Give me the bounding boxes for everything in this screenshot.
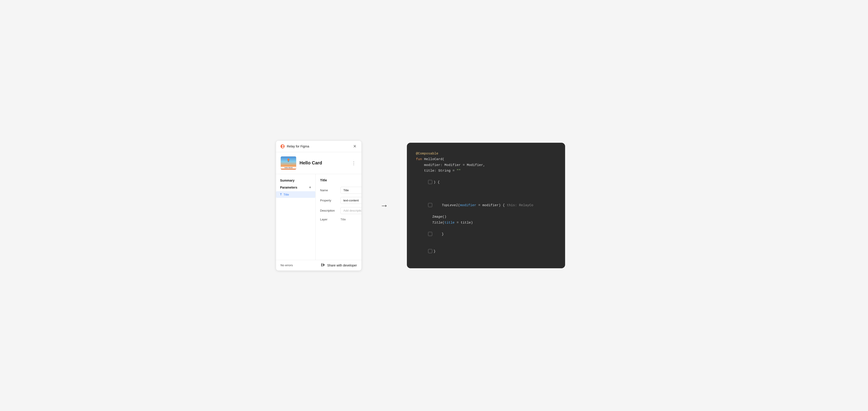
panel-title-text: Relay for Figma <box>287 144 309 148</box>
code-panel: @Composable fun HelloCard( modifier: Mod… <box>407 143 565 269</box>
gutter-marker-3 <box>428 232 432 236</box>
code-line-8: Image() <box>416 214 556 220</box>
plugin-panel: Relay for Figma ✕ Hello World He <box>276 140 362 271</box>
code-line-2: fun HelloCard( <box>416 157 556 162</box>
right-panel: Title 🗑 Name Property text-content visib… <box>315 174 362 260</box>
name-row: Name <box>320 187 362 194</box>
property-select[interactable]: text-content visibility slot <box>340 197 362 204</box>
svg-rect-4 <box>288 161 289 162</box>
code-line-11: } <box>416 243 556 261</box>
property-label: Property <box>320 199 340 202</box>
property-row: Property text-content visibility slot ▼ <box>320 197 362 204</box>
code-line-5: ) { <box>416 174 556 191</box>
code-line-4: title: String = "" <box>416 168 556 174</box>
add-parameter-button[interactable]: + <box>309 185 311 190</box>
summary-label: Summary <box>276 178 315 184</box>
description-label: Description <box>320 209 340 212</box>
type-icon: T <box>280 193 282 196</box>
panel-header-left: Relay for Figma <box>280 144 309 149</box>
component-preview: Hello World Hello Card ⋮ <box>276 152 362 174</box>
code-line-9: Title(title = title) <box>416 220 556 226</box>
name-input[interactable] <box>340 187 362 194</box>
name-label: Name <box>320 189 340 192</box>
layer-value: Title <box>340 218 362 221</box>
relay-logo-icon <box>280 144 285 149</box>
panel-content: Summary Parameters + T Title Title 🗑 <box>276 174 362 260</box>
share-button[interactable]: Share with developer <box>321 263 357 267</box>
parameters-header: Parameters + <box>276 184 315 191</box>
parameters-label: Parameters <box>280 185 297 189</box>
no-errors-label: No errors <box>281 264 293 267</box>
arrow-container: → <box>375 201 393 210</box>
component-info: Hello World Hello Card <box>281 156 322 170</box>
thumbnail-text: Hello World <box>281 167 296 169</box>
sidebar-item-label: Title <box>283 193 289 196</box>
code-line-10: } <box>416 226 556 243</box>
close-button[interactable]: ✕ <box>352 144 358 149</box>
more-options-button[interactable]: ⋮ <box>350 160 357 167</box>
component-name: Hello Card <box>300 160 322 166</box>
gutter-marker-4 <box>428 249 432 253</box>
right-panel-title: Title <box>320 178 327 182</box>
code-line-3: modifier: Modifier = Modifier, <box>416 162 556 168</box>
left-sidebar: Summary Parameters + T Title <box>276 174 315 260</box>
thumbnail-balloon-icon <box>287 158 290 162</box>
panel-footer: No errors Share with developer <box>276 260 362 271</box>
gutter-marker-1 <box>428 180 432 184</box>
svg-point-0 <box>281 144 285 148</box>
code-line-6 <box>416 191 556 197</box>
description-input[interactable] <box>340 207 362 214</box>
component-thumbnail: Hello World <box>281 156 296 170</box>
share-icon <box>321 263 325 267</box>
property-select-wrapper: text-content visibility slot ▼ <box>340 197 362 204</box>
main-container: Relay for Figma ✕ Hello World He <box>276 140 592 271</box>
description-row: Description <box>320 207 362 214</box>
sidebar-item-title[interactable]: T Title <box>276 191 315 198</box>
share-svg-icon <box>321 263 325 267</box>
code-line-7: TopLevel(modifier = modifier) { this: Re… <box>416 197 556 214</box>
svg-point-1 <box>287 158 289 161</box>
gutter-marker-2 <box>428 203 432 207</box>
right-panel-header: Title 🗑 <box>320 178 362 182</box>
layer-label: Layer <box>320 218 340 221</box>
arrow-icon: → <box>380 201 388 210</box>
layer-row: Layer Title ⊕ <box>320 217 362 221</box>
code-line-1: @Composable <box>416 151 556 157</box>
panel-header: Relay for Figma ✕ <box>276 141 362 152</box>
share-label: Share with developer <box>327 264 357 267</box>
